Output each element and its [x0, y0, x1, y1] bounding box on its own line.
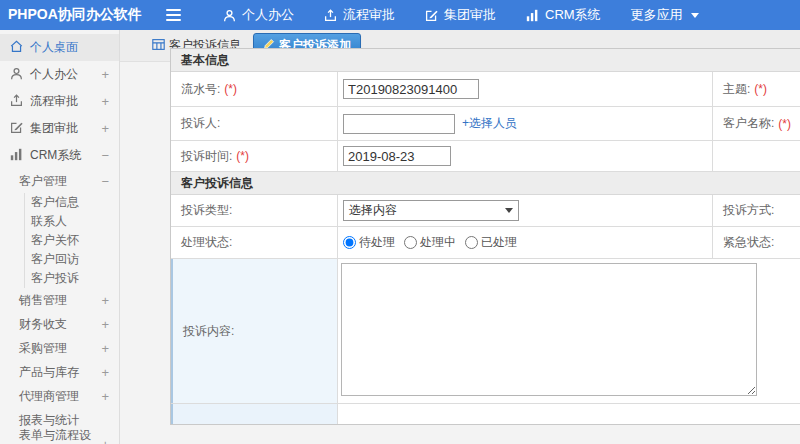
sidebar-item-customer-revisit[interactable]: 客户回访	[25, 250, 119, 269]
nav-label: 更多应用	[631, 6, 683, 24]
sidebar-item-crm-system[interactable]: CRM系统 −	[0, 142, 119, 169]
serial-input[interactable]	[343, 79, 479, 99]
sidebar-item-finance[interactable]: 财务收支 +	[0, 312, 119, 336]
sidebar-item-customer-complaint[interactable]: 客户投诉	[25, 269, 119, 288]
select-person-link[interactable]: +选择人员	[462, 115, 517, 132]
sidebar-item-sales-management[interactable]: 销售管理 +	[0, 288, 119, 312]
radio-pending[interactable]: 待处理	[343, 234, 395, 251]
chevron-down-icon	[691, 13, 699, 18]
handle-status-label: 处理状态:	[181, 234, 232, 251]
radio-processing[interactable]: 处理中	[404, 234, 456, 251]
sidebar-item-label: 流程审批	[30, 93, 78, 110]
sidebar-item-contacts[interactable]: 联系人	[25, 212, 119, 231]
sidebar-item-purchasing[interactable]: 采购管理 +	[0, 336, 119, 360]
edit-icon	[425, 9, 438, 22]
required-mark: (*)	[778, 117, 791, 131]
bar-chart-icon	[10, 148, 23, 164]
home-icon	[10, 40, 23, 56]
form-row-complaint-content: 投诉内容:	[171, 259, 800, 404]
nav-crm-system[interactable]: CRM系统	[526, 6, 601, 24]
chevron-down-icon	[505, 208, 513, 213]
nav-label: 流程审批	[343, 6, 395, 24]
share-arrow-icon	[10, 94, 23, 110]
sidebar: 个人桌面 个人办公 + 流程审批 + 集团审批 + CRM系统 − 客户管理 −…	[0, 30, 120, 444]
subject-label: 主题:	[723, 81, 750, 98]
nav-label: 集团审批	[444, 6, 496, 24]
form-row-complaint-type: 投诉类型: 选择内容 投诉方式:	[171, 195, 800, 227]
edit-icon	[10, 121, 23, 137]
nav-personal-office[interactable]: 个人办公	[223, 6, 294, 24]
complaint-content-label: 投诉内容:	[183, 323, 234, 340]
complainant-label: 投诉人:	[181, 115, 220, 132]
radio-processed-input[interactable]	[465, 236, 478, 249]
nav-more-apps[interactable]: 更多应用	[631, 6, 699, 24]
nav-workflow-approval[interactable]: 流程审批	[324, 6, 395, 24]
table-grid-icon	[152, 38, 165, 54]
sidebar-item-customer-care[interactable]: 客户关怀	[25, 231, 119, 250]
section-header-basic-info: 基本信息	[171, 49, 800, 72]
selected-option: 选择内容	[349, 202, 397, 219]
sidebar-item-group-approval[interactable]: 集团审批 +	[0, 115, 119, 142]
top-header: PHPOA协同办公软件 个人办公 流程审批 集团审批 CRM系统 更多应用	[0, 0, 800, 30]
section-header-complaint-info: 客户投诉信息	[171, 172, 800, 195]
sidebar-item-personal-office[interactable]: 个人办公 +	[0, 61, 119, 88]
bar-chart-icon	[526, 9, 539, 22]
sidebar-item-label: 集团审批	[30, 120, 78, 137]
nav-label: CRM系统	[545, 6, 601, 24]
top-nav: 个人办公 流程审批 集团审批 CRM系统 更多应用	[223, 6, 699, 24]
required-mark: (*)	[224, 82, 237, 96]
form-row-next-partial	[171, 404, 800, 424]
required-mark: (*)	[754, 82, 767, 96]
handle-status-radio-group: 待处理 处理中 已处理	[343, 234, 517, 251]
serial-label: 流水号:	[181, 81, 220, 98]
nav-label: 个人办公	[242, 6, 294, 24]
main-content: 客户投诉信息 客户投诉添加 基本信息 流水号: (*) 主题: (*)	[120, 30, 800, 444]
radio-pending-input[interactable]	[343, 236, 356, 249]
sidebar-item-agent-management[interactable]: 代理商管理 +	[0, 384, 119, 408]
form-row-handle-status: 处理状态: 待处理 处理中 已处理	[171, 227, 800, 259]
form-row-complaint-time: 投诉时间: (*)	[171, 141, 800, 172]
form-row-serial: 流水号: (*) 主题: (*)	[171, 72, 800, 107]
user-icon	[10, 67, 23, 83]
customer-management-submenu: 客户信息 联系人 客户关怀 客户回访 客户投诉	[24, 193, 119, 288]
sidebar-item-workflow-approval[interactable]: 流程审批 +	[0, 88, 119, 115]
radio-processing-input[interactable]	[404, 236, 417, 249]
complaint-type-label: 投诉类型:	[181, 202, 232, 219]
share-arrow-icon	[324, 9, 337, 22]
sidebar-item-products-inventory[interactable]: 产品与库存 +	[0, 360, 119, 384]
complaint-time-label: 投诉时间:	[181, 148, 232, 165]
complaint-method-label: 投诉方式:	[723, 202, 774, 219]
radio-processed[interactable]: 已处理	[465, 234, 517, 251]
app-logo: PHPOA协同办公软件	[0, 6, 150, 24]
sidebar-item-customer-management[interactable]: 客户管理 −	[0, 169, 119, 193]
complainant-input[interactable]	[343, 114, 455, 134]
user-icon	[223, 9, 236, 22]
complaint-content-textarea[interactable]	[341, 263, 757, 396]
urgency-label: 紧急状态:	[723, 234, 774, 251]
sidebar-item-personal-desktop[interactable]: 个人桌面	[0, 34, 119, 61]
complaint-type-select[interactable]: 选择内容	[343, 200, 519, 221]
complaint-add-form: 基本信息 流水号: (*) 主题: (*) 投诉人: +选择人员	[170, 48, 800, 425]
required-mark: (*)	[236, 149, 249, 163]
hamburger-icon[interactable]	[162, 5, 185, 25]
sidebar-item-customer-info[interactable]: 客户信息	[25, 193, 119, 212]
complaint-time-input[interactable]	[343, 146, 451, 166]
sidebar-item-label: 个人办公	[30, 66, 78, 83]
sidebar-item-label: 客户管理	[19, 173, 67, 190]
nav-group-approval[interactable]: 集团审批	[425, 6, 496, 24]
form-row-complainant: 投诉人: +选择人员 客户名称: (*)	[171, 107, 800, 141]
sidebar-item-label: 个人桌面	[30, 39, 78, 56]
customer-name-label: 客户名称:	[723, 115, 774, 132]
sidebar-item-label: CRM系统	[30, 147, 81, 164]
sidebar-item-form-flow-settings[interactable]: 表单与流程设置 +	[0, 432, 119, 444]
